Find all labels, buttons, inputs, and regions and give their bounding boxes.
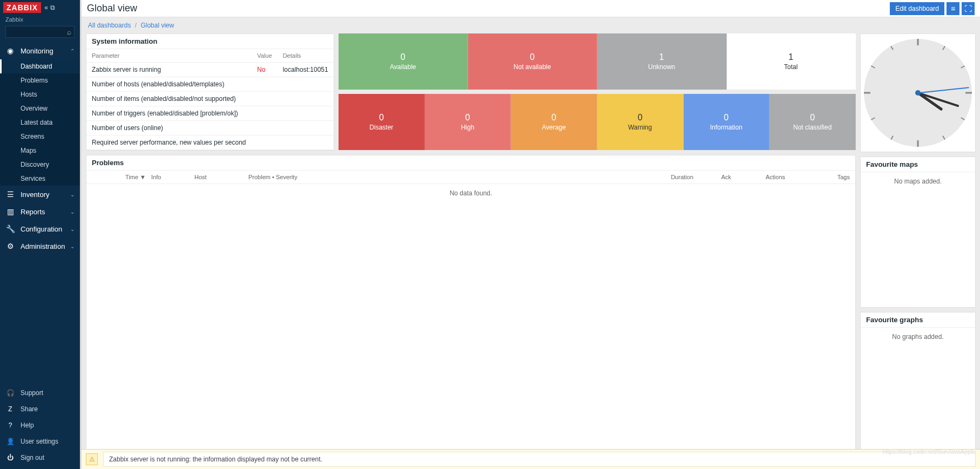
breadcrumb-current[interactable]: Global view <box>140 22 174 29</box>
nav-inventory[interactable]: ☰ Inventory ⌄ <box>0 186 80 203</box>
problems-title: Problems <box>86 155 855 171</box>
cell-param: Number of users (online) <box>86 121 252 135</box>
nav-configuration-label: Configuration <box>21 225 62 233</box>
cell-value <box>252 77 277 92</box>
col-actions[interactable]: Actions <box>731 174 785 180</box>
help-link[interactable]: ?Help <box>0 417 80 433</box>
collapse-icon[interactable]: « <box>44 4 48 11</box>
status-count: 0 <box>379 113 384 123</box>
edit-dashboard-button[interactable]: Edit dashboard <box>890 2 944 15</box>
status-cell-disaster[interactable]: 0Disaster <box>339 94 425 150</box>
sidebar-item-latest-data[interactable]: Latest data <box>0 115 80 130</box>
status-cell-average[interactable]: 0Average <box>511 94 597 150</box>
status-cell-information[interactable]: 0Information <box>684 94 770 150</box>
fullscreen-button[interactable]: ⛶ <box>962 2 975 15</box>
sidebar-item-hosts[interactable]: Hosts <box>0 87 80 101</box>
col-duration[interactable]: Duration <box>645 174 693 180</box>
minute-hand <box>917 92 959 107</box>
status-count: 1 <box>659 52 664 62</box>
search-icon[interactable]: ⌕ <box>67 28 71 36</box>
col-host[interactable]: Host <box>194 174 248 180</box>
sidebar-item-screens[interactable]: Screens <box>0 130 80 144</box>
signout-label: Sign out <box>21 454 44 461</box>
clock-center <box>915 90 921 96</box>
status-cell-warning[interactable]: 0Warning <box>597 94 684 150</box>
share-link[interactable]: ZShare <box>0 401 80 417</box>
col-tags[interactable]: Tags <box>785 174 850 180</box>
share-icon: Z <box>5 405 15 413</box>
col-problem[interactable]: Problem • Severity <box>248 174 645 180</box>
clock-tick <box>961 65 965 69</box>
col-ack[interactable]: Ack <box>693 174 731 180</box>
sidebar-item-discovery[interactable]: Discovery <box>0 158 80 172</box>
cell-param: Zabbix server is running <box>86 63 252 77</box>
col-time[interactable]: Time ▼ <box>92 174 151 180</box>
status-cell-available[interactable]: 0Available <box>339 33 468 90</box>
brand-logo[interactable]: ZABBIX <box>3 2 41 13</box>
clock-tick <box>890 135 894 140</box>
clock-tick <box>942 46 945 50</box>
status-count: 0 <box>810 113 815 123</box>
cell-value <box>252 92 277 106</box>
warning-icon: ⚠ <box>86 453 98 465</box>
favourite-graphs-widget: Favourite graphs No graphs added. <box>860 312 976 469</box>
menu-button[interactable]: ≡ <box>947 2 959 15</box>
popout-icon[interactable]: ⧉ <box>50 4 55 11</box>
sidebar-item-problems[interactable]: Problems <box>0 73 80 87</box>
status-label: Total <box>784 63 797 71</box>
status-label: Not available <box>513 63 551 71</box>
cell-details: localhost:10051 <box>278 63 334 77</box>
col-info[interactable]: Info <box>151 174 194 180</box>
cell-value <box>252 135 277 150</box>
col-details: Details <box>278 49 334 63</box>
gear-icon: ⚙ <box>5 242 15 250</box>
nav-monitoring-items: DashboardProblemsHostsOverviewLatest dat… <box>0 59 80 186</box>
user-settings-link[interactable]: 👤User settings <box>0 433 80 450</box>
status-label: Disaster <box>369 124 393 131</box>
status-count: 0 <box>638 113 643 123</box>
status-count: 0 <box>465 113 470 123</box>
support-link[interactable]: 🎧Support <box>0 385 80 401</box>
sysinfo-title: System information <box>86 34 334 49</box>
main: Global view Edit dashboard ≡ ⛶ All dashb… <box>82 0 980 469</box>
nav-monitoring[interactable]: ◉ Monitoring ⌃ <box>0 42 80 59</box>
nav-configuration[interactable]: 🔧 Configuration ⌄ <box>0 220 80 237</box>
chart-icon: ▥ <box>5 207 15 216</box>
fav-graphs-title: Favourite graphs <box>861 312 975 328</box>
status-cell-not-classified[interactable]: 0Not classified <box>769 94 856 150</box>
status-count: 0 <box>401 52 405 62</box>
sidebar-item-overview[interactable]: Overview <box>0 101 80 115</box>
system-information-widget: System information Parameter Value Detai… <box>86 33 334 151</box>
status-cell-total[interactable]: 1Total <box>727 33 856 90</box>
clock-tick <box>871 117 875 120</box>
col-value: Value <box>252 49 277 63</box>
clock-tick <box>961 117 965 120</box>
chevron-down-icon: ⌄ <box>70 192 75 198</box>
nav-reports[interactable]: ▥ Reports ⌄ <box>0 203 80 220</box>
cell-param: Number of triggers (enabled/disabled [pr… <box>86 106 252 121</box>
clock-widget <box>860 33 976 152</box>
clock-tick <box>864 92 870 94</box>
status-cell-not-available[interactable]: 0Not available <box>468 33 598 90</box>
table-row: Number of triggers (enabled/disabled [pr… <box>86 106 334 121</box>
status-count: 0 <box>724 113 729 123</box>
nav-administration[interactable]: ⚙ Administration ⌄ <box>0 237 80 255</box>
status-cell-high[interactable]: 0High <box>425 94 511 150</box>
nav-reports-label: Reports <box>21 208 45 216</box>
status-label: Not classified <box>793 124 832 131</box>
sidebar-item-maps[interactable]: Maps <box>0 144 80 158</box>
nav-administration-label: Administration <box>21 242 65 250</box>
sidebar-item-services[interactable]: Services <box>0 172 80 186</box>
cell-details <box>278 135 334 150</box>
signout-link[interactable]: ⏻Sign out <box>0 450 80 466</box>
status-cell-unknown[interactable]: 1Unknown <box>597 33 727 90</box>
status-label: High <box>461 124 475 131</box>
breadcrumb-all[interactable]: All dashboards <box>88 22 131 29</box>
search-input[interactable] <box>5 26 75 38</box>
fav-graphs-empty: No graphs added. <box>861 328 975 346</box>
eye-icon: ◉ <box>5 46 15 55</box>
status-label: Information <box>710 124 742 131</box>
cell-param: Required server performance, new values … <box>86 135 252 150</box>
sidebar-item-dashboard[interactable]: Dashboard <box>0 59 80 73</box>
list-icon: ☰ <box>5 190 15 199</box>
